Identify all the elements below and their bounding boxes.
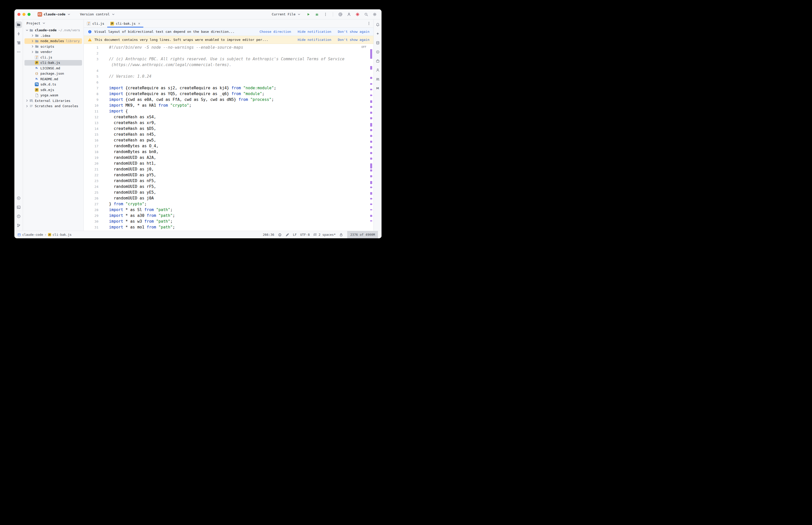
problems-icon[interactable] (15, 213, 22, 220)
tree-item-scripts[interactable]: scripts (25, 44, 82, 49)
code-editor[interactable]: 1#!/usr/bin/env -S node --no-warnings --… (84, 44, 373, 231)
dependencies-icon[interactable] (374, 76, 381, 82)
tree-item-vendor[interactable]: vendor (25, 49, 82, 55)
project-panel-header[interactable]: Project (23, 19, 84, 27)
zoom-window-button[interactable] (28, 13, 31, 16)
ai-assistant-icon[interactable] (374, 31, 381, 37)
line-number[interactable]: 2 (84, 50, 99, 56)
line-number[interactable]: 29 (84, 213, 99, 219)
line-number[interactable]: 13 (84, 120, 99, 126)
line-number[interactable]: 22 (84, 172, 99, 178)
line-number[interactable]: 21 (84, 166, 99, 172)
chevron-right-icon[interactable] (31, 44, 34, 48)
more-vertical-icon[interactable] (367, 21, 371, 26)
version-control-menu[interactable]: Version control (80, 12, 115, 16)
maven-icon[interactable]: M (374, 85, 381, 92)
code-line[interactable]: 9import {cwd as e0A, cwd as FfA, cwd as … (84, 97, 373, 103)
code-line[interactable]: 24 randomUUID as rF5, (84, 184, 373, 190)
close-window-button[interactable] (17, 13, 20, 16)
play-icon[interactable] (305, 11, 312, 18)
starburst-icon[interactable] (354, 11, 361, 18)
code-line[interactable]: 19 randomUUID as A2A, (84, 155, 373, 161)
line-number[interactable]: 23 (84, 178, 99, 184)
tree-item-cli-bak-js[interactable]: JScli-bak.js (25, 60, 82, 65)
code-line[interactable]: 25 randomUUID as yE5, (84, 190, 373, 195)
line-number[interactable]: 24 (84, 184, 99, 190)
chevron-right-icon[interactable] (25, 104, 29, 108)
user-icon[interactable] (346, 11, 352, 18)
code-line[interactable]: 31import * as mo1 from "path"; (84, 224, 373, 230)
line-number[interactable]: 11 (84, 108, 99, 114)
link-choose-direction[interactable]: Choose direction (260, 30, 291, 33)
close-tab-icon[interactable]: × (138, 21, 140, 26)
code-line[interactable]: 1#!/usr/bin/env -S node --no-warnings --… (84, 45, 373, 50)
no-edit-icon[interactable] (285, 233, 290, 237)
caret-position-widget[interactable]: 266:36 (263, 233, 274, 237)
link-don-t-show-again[interactable]: Don't show again (338, 30, 369, 33)
code-line[interactable]: 29import * as a30 from "path"; (84, 213, 373, 219)
line-number[interactable]: 26 (84, 195, 99, 201)
line-number[interactable]: 28 (84, 207, 99, 213)
chevron-right-icon[interactable] (31, 33, 34, 38)
code-line[interactable]: (https://www.anthropic.com/legal/commerc… (84, 62, 373, 68)
line-number[interactable]: 19 (84, 155, 99, 161)
line-number[interactable]: 8 (84, 91, 99, 97)
run-configuration-selector[interactable]: Current File (272, 12, 301, 16)
minimize-window-button[interactable] (23, 13, 26, 16)
tree-item-yoga-wasm[interactable]: yoga.wasm (25, 92, 82, 98)
run-icon[interactable] (15, 195, 22, 201)
code-line[interactable]: 30import * as w3 from "path"; (84, 219, 373, 224)
project-folder-icon[interactable] (15, 21, 22, 28)
line-number[interactable]: 25 (84, 190, 99, 195)
code-line[interactable]: 15 createHash as n45, (84, 132, 373, 137)
line-number[interactable]: 31 (84, 224, 99, 230)
code-line[interactable]: 6 (84, 79, 373, 85)
code-line[interactable]: 13 createHash as xr9, (84, 120, 373, 126)
tree-item-external-libraries[interactable]: External Libraries (25, 98, 82, 104)
coverage-icon[interactable] (374, 49, 381, 55)
code-line[interactable]: 17 randomBytes as O_4, (84, 143, 373, 149)
line-number[interactable]: 16 (84, 137, 99, 143)
code-line[interactable]: 14 createHash as $D5, (84, 126, 373, 132)
notifications-bell-icon[interactable] (374, 21, 381, 28)
line-number[interactable]: 6 (84, 79, 99, 85)
line-number[interactable]: 4 (84, 68, 99, 74)
code-line[interactable]: 16 createHash as pw5, (84, 137, 373, 143)
line-number[interactable]: 30 (84, 219, 99, 224)
breadcrumb-project[interactable]: claude-code (17, 233, 43, 237)
tree-item-sdk-mjs[interactable]: JSsdk.mjs (25, 87, 82, 93)
project-widget[interactable]: CC claude-code (38, 12, 71, 17)
line-number[interactable]: 12 (84, 114, 99, 120)
terminal-icon[interactable] (15, 204, 22, 211)
code-line[interactable]: 20 randomUUID as ht1, (84, 161, 373, 166)
line-number[interactable]: 9 (84, 97, 99, 103)
debug-icon[interactable] (314, 11, 320, 18)
tab-cli-bak-js[interactable]: JScli-bak.js× (107, 19, 143, 28)
link-hide-notification[interactable]: Hide notification (298, 30, 331, 33)
code-line[interactable]: 8import {createRequire as YQ5, createReq… (84, 91, 373, 97)
code-line[interactable]: 12 createHash as xS4, (84, 114, 373, 120)
code-line[interactable]: 23 randomUUID as nF5, (84, 178, 373, 184)
line-number[interactable]: 5 (84, 74, 99, 79)
code-line[interactable]: 2 (84, 50, 373, 56)
plugins-icon[interactable] (374, 58, 381, 64)
lock-icon[interactable] (339, 233, 343, 237)
search-icon[interactable] (363, 11, 369, 18)
code-line[interactable]: 21 randomUUID as j0, (84, 166, 373, 172)
code-line[interactable]: 27} from "crypto"; (84, 201, 373, 207)
code-line[interactable]: 10import MK9, * as HA1 from "crypto"; (84, 103, 373, 108)
code-line[interactable]: 4 (84, 68, 373, 74)
chevron-right-icon[interactable] (31, 50, 34, 54)
line-number[interactable]: 10 (84, 103, 99, 108)
tab-cli-js[interactable]: 10JScli.js (84, 19, 107, 28)
git-branch-icon[interactable] (15, 222, 22, 229)
database-icon[interactable] (374, 40, 381, 46)
structure-icon[interactable] (15, 40, 22, 46)
line-number[interactable]: 15 (84, 132, 99, 137)
tree-item-license-md[interactable]: M↓LICENSE.md (25, 65, 82, 71)
line-number[interactable]: 14 (84, 126, 99, 132)
tree-item-package-json[interactable]: {}package.json (25, 71, 82, 76)
line-number[interactable]: 27 (84, 201, 99, 207)
code-line[interactable]: 26 randomUUID as j0A (84, 195, 373, 201)
tree-item-sdk-d-ts[interactable]: TSsdk.d.ts (25, 82, 82, 87)
